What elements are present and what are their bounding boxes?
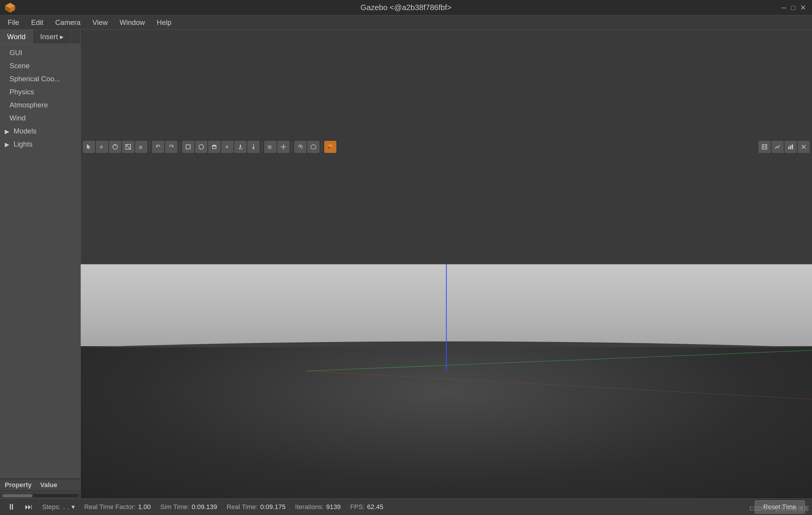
statusbar: ⏸ ⏭ Steps: . . ▾ Real Time Factor: 1.00 … <box>0 498 812 515</box>
toolbar: ✛ ⊞ <box>81 30 812 264</box>
rtf-value: 1.00 <box>138 503 151 511</box>
svg-line-33 <box>306 350 812 371</box>
minimize-icon[interactable]: ─ <box>781 4 786 12</box>
scale-tool-btn[interactable] <box>122 141 134 153</box>
close-icon[interactable]: ✕ <box>800 4 806 12</box>
menu-view[interactable]: View <box>87 17 113 28</box>
save-icon-btn[interactable] <box>759 141 771 153</box>
world-tree: GUI Scene Spherical Coo... Physics Atmos… <box>0 44 81 477</box>
tree-item-gui[interactable]: GUI <box>0 46 81 59</box>
tree-item-physics[interactable]: Physics <box>0 85 81 98</box>
tree-item-atmosphere[interactable]: Atmosphere <box>0 98 81 112</box>
svg-text:✶: ✶ <box>225 145 229 150</box>
model-btn[interactable] <box>308 141 319 153</box>
sidebar-scrollbar <box>0 492 81 498</box>
rtf-label: Real Time Factor: <box>84 503 136 511</box>
window-title: Gazebo <@a2b38f786fbf> <box>360 3 452 12</box>
svg-rect-26 <box>763 147 766 149</box>
menu-edit[interactable]: Edit <box>26 17 49 28</box>
rotate-tool-btn[interactable] <box>109 141 121 153</box>
chart-icon-btn[interactable] <box>772 141 784 153</box>
physics-label: Physics <box>9 88 34 96</box>
link-btn[interactable] <box>294 141 306 153</box>
svg-rect-28 <box>790 145 791 149</box>
fps-item: FPS: 62.45 <box>350 503 383 511</box>
scene-label: Scene <box>9 62 30 70</box>
svg-text:⊞: ⊞ <box>268 145 271 150</box>
translate-tool-btn[interactable]: ✛ <box>96 141 108 153</box>
scrollbar-thumb[interactable] <box>2 494 33 497</box>
cursor-tool-btn[interactable] <box>83 141 95 153</box>
atmosphere-label: Atmosphere <box>9 101 48 109</box>
scrollbar-track[interactable] <box>2 494 78 497</box>
prop-col1: Property <box>5 481 40 489</box>
sidebar: World Insert ▸ GUI Scene Spherical Coo..… <box>0 30 81 498</box>
sim-time-label: Sim Time: <box>160 503 190 511</box>
menu-camera[interactable]: Camera <box>50 17 86 28</box>
steps-item: Steps: . . ▾ <box>42 503 75 511</box>
iterations-item: Iterations: 9139 <box>295 503 341 511</box>
menu-file[interactable]: File <box>2 17 25 28</box>
sphere-btn[interactable] <box>195 141 207 153</box>
menu-window[interactable]: Window <box>114 17 150 28</box>
property-panel: Property Value <box>0 477 81 492</box>
real-time-value: 0:09.175 <box>260 503 286 511</box>
tree-item-scene[interactable]: Scene <box>0 59 81 72</box>
steps-arrow[interactable]: ▾ <box>71 503 75 511</box>
snap-tool-btn[interactable]: ⊞ <box>135 141 147 153</box>
origin-btn[interactable] <box>278 141 289 153</box>
tabs-row: World Insert ▸ <box>0 30 81 44</box>
titlebar: Gazebo <@a2b38f786fbf> ─ □ ✕ <box>0 0 812 16</box>
grid-btn[interactable]: ⊞ <box>264 141 276 153</box>
prop-col2: Value <box>40 481 76 489</box>
window-controls: ─ □ ✕ <box>781 4 806 12</box>
svg-rect-9 <box>186 145 190 149</box>
svg-marker-20 <box>311 145 316 149</box>
directional-btn[interactable] <box>248 141 259 153</box>
menubar: File Edit Camera View Window Help <box>0 16 812 30</box>
toolbar-sep-4 <box>292 142 292 152</box>
main-layout: World Insert ▸ GUI Scene Spherical Coo..… <box>0 30 812 498</box>
steps-label: Steps: <box>42 503 61 511</box>
graph-icon-btn[interactable] <box>785 141 796 153</box>
tab-insert[interactable]: Insert ▸ <box>33 30 71 43</box>
panel-close-btn[interactable] <box>798 141 810 153</box>
reset-time-button[interactable]: Reset Time <box>755 501 805 514</box>
real-time-item: Real Time: 0:09.175 <box>227 503 286 511</box>
real-time-factor-item: Real Time Factor: 1.00 <box>84 503 151 511</box>
menu-help[interactable]: Help <box>151 17 177 28</box>
tree-item-wind[interactable]: Wind <box>0 112 81 125</box>
step-forward-btn[interactable]: ⏭ <box>25 502 33 511</box>
orange-cube-btn[interactable] <box>324 141 336 153</box>
models-label: Models <box>13 127 36 135</box>
wind-label: Wind <box>9 114 26 122</box>
fps-label: FPS: <box>350 503 365 511</box>
tree-item-lights[interactable]: ▶ Lights <box>0 138 81 151</box>
toolbar-sep-2 <box>179 142 180 152</box>
svg-rect-27 <box>788 147 789 149</box>
viewport-topright-tools <box>759 141 810 153</box>
maximize-icon[interactable]: □ <box>791 4 796 12</box>
box-btn[interactable] <box>182 141 194 153</box>
viewport-canvas[interactable] <box>81 264 812 499</box>
svg-text:✛: ✛ <box>99 145 103 150</box>
svg-line-34 <box>306 371 812 399</box>
undo-btn[interactable] <box>152 141 164 153</box>
tree-item-models[interactable]: ▶ Models <box>0 125 81 138</box>
tab-world[interactable]: World <box>0 30 33 43</box>
iterations-label: Iterations: <box>295 503 324 511</box>
pointlight-btn[interactable]: ✶ <box>222 141 233 153</box>
svg-marker-15 <box>239 147 242 149</box>
right-panel: ✛ ⊞ <box>81 30 812 498</box>
real-time-label: Real Time: <box>227 503 258 511</box>
models-arrow: ▶ <box>5 128 9 135</box>
redo-btn[interactable] <box>165 141 177 153</box>
steps-value: . <box>63 503 65 511</box>
play-pause-btn[interactable]: ⏸ <box>7 502 16 512</box>
svg-text:⊞: ⊞ <box>139 145 142 150</box>
spotlight-btn[interactable] <box>234 141 246 153</box>
tree-item-spherical-coo[interactable]: Spherical Coo... <box>0 72 81 85</box>
cylinder-btn[interactable] <box>208 141 220 153</box>
steps-dot: . <box>67 503 69 511</box>
svg-rect-29 <box>792 145 793 149</box>
